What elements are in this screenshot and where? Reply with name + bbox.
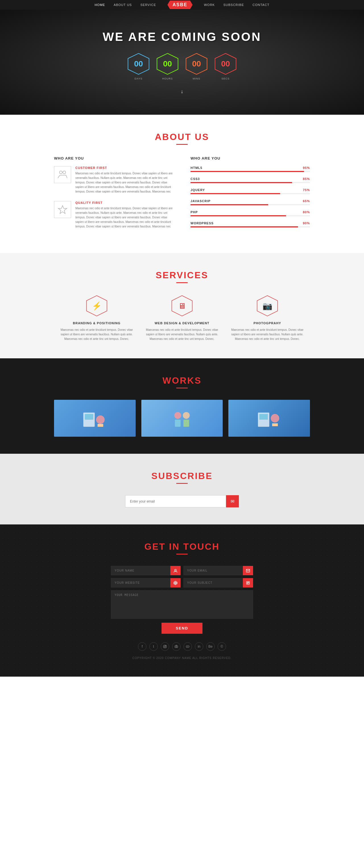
svg-marker-6	[58, 206, 67, 214]
work-card-1[interactable]	[54, 400, 136, 437]
social-youtube[interactable]	[184, 642, 192, 651]
photo-text: Maecenas nec odio et ante tincidunt temp…	[230, 328, 304, 341]
countdown-secs-hex: 00	[214, 52, 237, 75]
work1-illustration	[81, 404, 109, 432]
social-dribbble[interactable]: ©	[218, 642, 226, 651]
social-linkedin[interactable]: in	[195, 642, 203, 651]
svg-point-5	[63, 171, 66, 174]
message-field-wrap	[111, 590, 253, 623]
nav-inner: HOME ABOUT US SERVICE ASBE WORK SUBSCRIB…	[95, 1, 270, 9]
countdown-hours: 00 HOURS	[156, 52, 179, 80]
skill-css3-percent: 85%	[303, 177, 310, 181]
nav-contact[interactable]: CONTACT	[253, 3, 269, 6]
nav-work[interactable]: WORK	[204, 3, 215, 6]
hero-title: WE ARE COMING SOON	[103, 30, 261, 44]
hours-label: HOURS	[162, 77, 173, 80]
skill-php: PHP 80%	[191, 210, 310, 216]
services-underline	[176, 282, 188, 283]
social-facebook[interactable]: f	[138, 642, 146, 651]
svg-rect-16	[175, 420, 180, 427]
name-field-icon	[170, 566, 180, 575]
countdown-hours-hex: 00	[156, 52, 179, 75]
services-title: SERVICES	[11, 270, 353, 281]
svg-point-31	[164, 646, 166, 647]
work-card-2[interactable]	[141, 400, 223, 437]
svg-point-34	[176, 646, 177, 647]
svg-point-22	[175, 569, 176, 571]
subscribe-button[interactable]: ✉	[226, 495, 239, 507]
subject-field-wrap	[184, 578, 253, 587]
svg-point-12	[96, 415, 105, 424]
skill-jquery-bar-bg	[191, 193, 310, 194]
skill-html5-bar	[191, 171, 304, 172]
nav-subscribe[interactable]: SUBSCRIBE	[223, 3, 244, 6]
website-field-icon	[170, 578, 180, 587]
quality-text-wrap: QUALITY FIRST Maecenas nec odio et ante …	[75, 201, 173, 229]
svg-rect-11	[85, 414, 93, 420]
mins-value: 00	[192, 59, 201, 68]
skill-php-bar-bg	[191, 215, 310, 216]
skill-php-name: PHP	[191, 210, 198, 214]
skill-jquery-bar	[191, 193, 280, 194]
quality-icon	[54, 201, 71, 218]
contact-message-input[interactable]	[111, 590, 253, 619]
social-twitter[interactable]: t	[149, 642, 158, 651]
social-instagram[interactable]	[161, 642, 169, 651]
works-grid	[54, 400, 310, 437]
skill-wp-bar	[191, 226, 298, 227]
skill-css3-bar	[191, 182, 292, 183]
days-value: 00	[134, 59, 143, 68]
nav-home[interactable]: HOME	[95, 3, 105, 6]
countdown: 00 DAYS 00 HOURS	[103, 52, 261, 80]
contact-row-1	[111, 566, 253, 575]
service-branding: ⚡ BRANDING & POSITIONING Maecenas nec od…	[60, 294, 134, 341]
webdesign-icon: 🖥	[178, 301, 186, 311]
social-behance[interactable]: Be	[206, 642, 215, 651]
photo-title: PHOTOGPRAHY	[230, 321, 304, 325]
skill-js: JAVASCRIP 65%	[191, 199, 310, 205]
email-field-icon	[243, 566, 253, 575]
subscribe-underline	[176, 483, 188, 484]
about-title: ABOUT US	[11, 132, 353, 142]
photo-icon: 📷	[262, 301, 273, 311]
work-card-3[interactable]	[228, 400, 310, 437]
subscribe-email-input[interactable]	[125, 495, 226, 507]
works-title: WORKS	[11, 375, 353, 386]
service-branding-hex: ⚡	[85, 294, 108, 317]
services-grid: ⚡ BRANDING & POSITIONING Maecenas nec od…	[54, 294, 310, 341]
subscribe-title: SUBSCRIBE	[11, 471, 353, 481]
skill-jquery-name: JQUERY	[191, 188, 205, 192]
social-row: f t	[111, 642, 253, 651]
service-photo: 📷 PHOTOGPRAHY Maecenas nec odio et ante …	[230, 294, 304, 341]
name-field-wrap	[111, 566, 180, 575]
send-button[interactable]: SEND	[162, 623, 202, 634]
mins-label: MINS	[193, 77, 200, 80]
svg-rect-23	[246, 569, 250, 572]
about-right: WHO ARE YOU HTML5 95% CSS3 85%	[191, 156, 310, 236]
website-field-wrap	[111, 578, 180, 587]
about-grid: WHO ARE YOU CUSTOMER FIRST Maecenas nec …	[54, 156, 310, 236]
work3-illustration	[255, 404, 283, 432]
skill-html5-percent: 95%	[303, 166, 310, 169]
customer-text: Maecenas nec odio et ante tincidunt temp…	[75, 171, 173, 194]
nav-about[interactable]: ABOUT US	[114, 3, 132, 6]
contact-form: SEND f t	[111, 566, 253, 659]
webdesign-text: Maecenas nec odio et ante tincidunt temp…	[145, 328, 219, 341]
scroll-indicator: ↓	[103, 89, 261, 95]
social-camera[interactable]	[172, 642, 180, 651]
skill-php-percent: 80%	[303, 210, 310, 214]
svg-point-4	[59, 171, 62, 174]
webdesign-title: WEB DESIGN & DEVELOPMENT	[145, 321, 219, 325]
branding-title: BRANDING & POSITIONING	[60, 321, 134, 325]
customer-text-wrap: CUSTOMER FIRST Maecenas nec odio et ante…	[75, 166, 173, 194]
nav-logo[interactable]: ASBE	[168, 1, 193, 9]
subject-field-icon	[243, 578, 253, 587]
days-label: DAYS	[135, 77, 142, 80]
skill-css3: CSS3 85%	[191, 177, 310, 183]
nav-service[interactable]: SERVICE	[140, 3, 156, 6]
about-right-subtitle: WHO ARE YOU	[191, 156, 310, 160]
countdown-mins: 00 MINS	[185, 52, 208, 80]
skill-wp-percent: 90%	[303, 221, 310, 225]
about-section: ABOUT US WHO ARE YOU CUSTOMER FIRST Maec…	[0, 115, 364, 253]
works-section: WORKS	[0, 358, 364, 454]
